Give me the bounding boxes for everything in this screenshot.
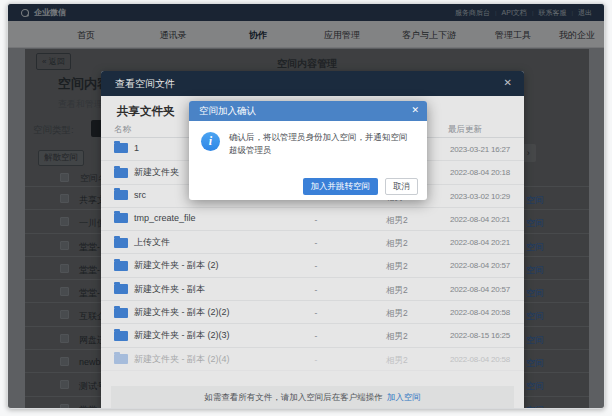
join-and-go-button[interactable]: 加入并跳转空间 — [303, 178, 379, 195]
browser-window: 企业微信 服务商后台|API文档|联系客服|退出 首页通讯录协作应用管理客户与上… — [7, 3, 605, 409]
join-confirm-dialog: 空间加入确认 ✕ i 确认后，将以管理员身份加入空间，并通知空间超级管理员 加入… — [189, 101, 427, 200]
dialog-buttons: 加入并跳转空间 取消 — [189, 178, 427, 195]
dialog-message: 确认后，将以管理员身份加入空间，并通知空间超级管理员 — [229, 131, 415, 157]
cancel-button[interactable]: 取消 — [385, 178, 418, 195]
info-icon: i — [201, 132, 220, 151]
dialog-overlay — [8, 4, 604, 408]
dialog-title: 空间加入确认 — [199, 105, 256, 118]
dialog-header: 空间加入确认 ✕ — [189, 101, 427, 121]
close-icon[interactable]: ✕ — [411, 105, 419, 115]
